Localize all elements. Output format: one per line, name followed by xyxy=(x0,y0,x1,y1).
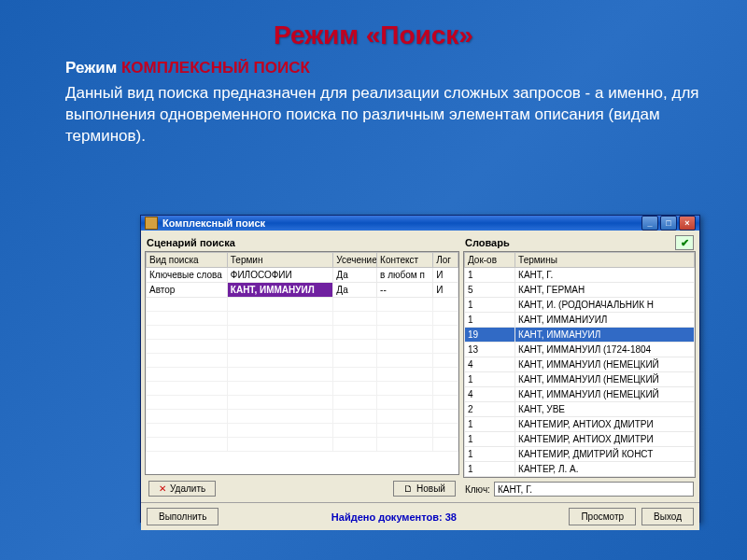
exit-button[interactable]: Выход xyxy=(641,508,694,525)
footer-bar: Выполнить Найдено документов: 38 Просмот… xyxy=(141,502,699,530)
table-row[interactable]: 4КАНТ, ИММАНУИЛ (НЕМЕЦКИЙ xyxy=(464,387,694,402)
dictionary-panel: Словарь ✔ Док-овТермины1КАНТ, Г.5КАНТ, Г… xyxy=(463,234,696,498)
window-title: Комплексный поиск xyxy=(162,217,641,229)
dictionary-grid[interactable]: Док-овТермины1КАНТ, Г.5КАНТ, ГЕРМАН1КАНТ… xyxy=(463,251,696,478)
mode-name: КОМПЛЕКСНЫЙ ПОИСК xyxy=(121,59,310,77)
delete-icon: ✕ xyxy=(159,483,166,494)
table-row[interactable]: 19КАНТ, ИММАНУИЛ xyxy=(464,328,694,343)
new-icon: 🗋 xyxy=(403,483,413,494)
minimize-button[interactable]: _ xyxy=(641,216,658,231)
table-row[interactable]: 1КАНТ, ИММАНУИЛ (НЕМЕЦКИЙ xyxy=(464,372,694,387)
table-row[interactable]: 4КАНТ, ИММАНУИЛ (НЕМЕЦКИЙ xyxy=(464,357,694,372)
table-row[interactable]: 1КАНТЕМИР, АНТИОХ ДМИТРИ xyxy=(464,432,694,447)
titlebar[interactable]: Комплексный поиск _ □ × xyxy=(141,216,699,231)
delete-button[interactable]: ✕ Удалить xyxy=(148,481,216,497)
table-row[interactable] xyxy=(147,312,458,326)
table-row[interactable] xyxy=(147,354,458,368)
scenario-col-header[interactable]: Усечение xyxy=(333,253,377,268)
confirm-button[interactable]: ✔ xyxy=(675,235,694,250)
table-row[interactable] xyxy=(147,382,458,396)
scenario-title: Сценарий поиска xyxy=(145,234,459,251)
view-label: Просмотр xyxy=(581,511,624,522)
table-row[interactable]: 2КАНТ, УВЕ xyxy=(464,402,694,417)
close-button[interactable]: × xyxy=(679,216,696,231)
new-label: Новый xyxy=(416,483,445,494)
table-row[interactable] xyxy=(147,438,458,452)
key-label: Ключ: xyxy=(465,484,490,495)
table-row[interactable]: 1КАНТ, Г. xyxy=(464,268,694,283)
table-row[interactable] xyxy=(147,424,458,438)
table-row[interactable]: 1КАНТЕР, Л. А. xyxy=(464,462,694,477)
mode-label: Режим xyxy=(65,59,121,77)
table-row[interactable] xyxy=(147,368,458,382)
key-input[interactable] xyxy=(494,482,694,497)
table-row[interactable] xyxy=(147,410,458,424)
slide-body: Режим КОМПЛЕКСНЫЙ ПОИСК Данный вид поиск… xyxy=(0,58,747,147)
table-row[interactable] xyxy=(147,326,458,340)
execute-label: Выполнить xyxy=(159,511,206,522)
table-row[interactable]: 1КАНТ, И. (РОДОНАЧАЛЬНИК Н xyxy=(464,298,694,313)
view-button[interactable]: Просмотр xyxy=(569,508,636,525)
dictionary-col-header[interactable]: Термины xyxy=(515,253,695,268)
check-icon: ✔ xyxy=(681,237,689,249)
dictionary-col-header[interactable]: Док-ов xyxy=(464,253,514,268)
scenario-panel: Сценарий поиска Вид поискаТерминУсечение… xyxy=(145,234,459,498)
table-row[interactable]: Ключевые словаФИЛОСОФИИДав любом пИ xyxy=(147,268,458,283)
slide-title: Режим «Поиск» xyxy=(0,0,747,58)
table-row[interactable]: 1КАНТЕМИР, ДМИТРИЙ КОНСТ xyxy=(464,447,694,462)
table-row[interactable] xyxy=(147,340,458,354)
execute-button[interactable]: Выполнить xyxy=(147,508,218,525)
table-row[interactable]: 5КАНТ, ГЕРМАН xyxy=(464,283,694,298)
table-row[interactable] xyxy=(147,298,458,312)
found-documents: Найдено документов: 38 xyxy=(224,511,563,523)
app-icon xyxy=(145,217,158,230)
table-row[interactable]: АвторКАНТ, ИММАНУИЛДа--И xyxy=(147,283,458,298)
maximize-button[interactable]: □ xyxy=(660,216,677,231)
scenario-grid[interactable]: Вид поискаТерминУсечениеКонтекстЛогКлюче… xyxy=(145,251,459,475)
table-row[interactable]: 1КАНТЕМИР, АНТИОХ ДМИТРИ xyxy=(464,417,694,432)
dictionary-title: Словарь xyxy=(463,234,675,251)
exit-label: Выход xyxy=(654,511,682,522)
table-row[interactable]: 13КАНТ, ИММАНУИЛ (1724-1804 xyxy=(464,343,694,357)
new-button[interactable]: 🗋 Новый xyxy=(393,481,456,497)
scenario-col-header[interactable]: Вид поиска xyxy=(147,253,228,268)
table-row[interactable] xyxy=(147,396,458,410)
scenario-col-header[interactable]: Термин xyxy=(227,253,333,268)
scenario-col-header[interactable]: Контекст xyxy=(377,253,433,268)
scenario-col-header[interactable]: Лог xyxy=(433,253,458,268)
app-window: Комплексный поиск _ □ × Сценарий поиска … xyxy=(140,215,700,523)
slide-description: Данный вид поиска предназначен для реали… xyxy=(65,83,700,147)
delete-label: Удалить xyxy=(170,483,205,494)
table-row[interactable]: 1КАНТ, ИММАНИУИЛ xyxy=(464,313,694,328)
